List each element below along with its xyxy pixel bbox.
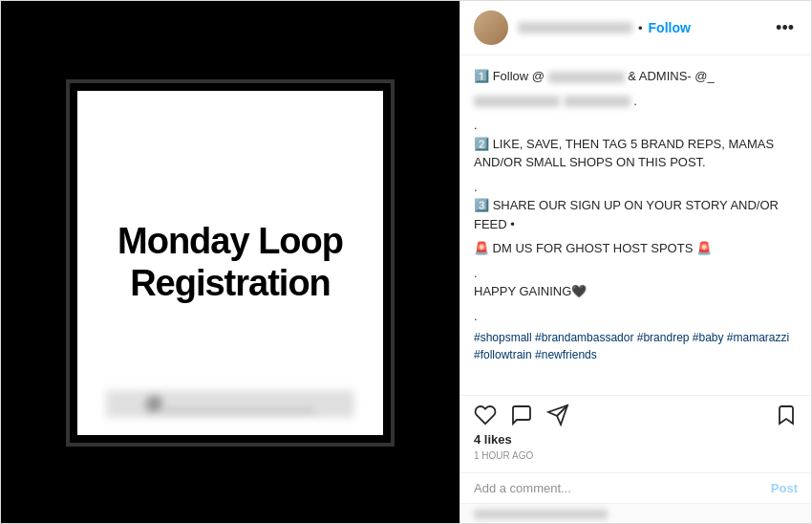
svg-point-24: [290, 501, 304, 514]
hashtags: #shopsmall #brandambassador #brandrep #b…: [474, 329, 798, 363]
svg-point-3: [111, 34, 178, 82]
caption-line-2: 2️⃣ LIKE, SAVE, THEN TAG 5 BRAND REPS, M…: [474, 135, 798, 172]
more-options-button[interactable]: •••: [772, 18, 798, 38]
svg-point-18: [3, 433, 18, 448]
actions-bar: 4 likes 1 HOUR AGO: [460, 395, 811, 472]
card-title-line1: Monday Loop: [118, 221, 343, 263]
svg-point-6: [163, 15, 182, 34]
post-image-panel: Monday Loop Registration @______________…: [1, 1, 459, 524]
svg-point-25: [1, 215, 30, 311]
svg-point-11: [297, 37, 354, 79]
and-admins: & ADMINS- @_: [628, 69, 715, 83]
comment-input-area: Post: [460, 472, 811, 503]
comment-button[interactable]: [510, 404, 533, 426]
svg-point-19: [174, 499, 191, 516]
bottom-blurred-text: [474, 510, 608, 519]
svg-point-13: [281, 23, 294, 36]
action-icons-row: [474, 404, 798, 426]
blurred-account-3: [564, 96, 630, 107]
bookmark-icon: [775, 404, 798, 426]
emoji-3: 3️⃣: [474, 198, 489, 212]
svg-point-5: [3, 60, 18, 76]
header-info: • Follow: [518, 20, 762, 35]
blurred-account-1: [548, 72, 625, 83]
comment-input[interactable]: [474, 481, 761, 495]
username-blurred: [518, 22, 632, 33]
emoji-2: 2️⃣: [474, 137, 489, 151]
caption-line-3b: 🚨 DM US FOR GHOST HOST SPOTS 🚨: [474, 239, 798, 258]
caption-line-4: HAPPY GAINING🖤: [474, 282, 798, 301]
heart-icon: [474, 404, 497, 426]
svg-point-29: [226, 509, 234, 516]
period: .: [633, 94, 637, 108]
caption-spacer-3: .: [474, 264, 798, 283]
bookmark-button[interactable]: [775, 404, 798, 426]
likes-count: 4 likes: [474, 432, 798, 447]
svg-point-7: [186, 43, 198, 55]
post-card: Monday Loop Registration @______________…: [77, 91, 383, 435]
caption-spacer-4: .: [474, 307, 798, 326]
caption-spacer-2: .: [474, 178, 798, 197]
caption-area: 1️⃣ Follow @ & ADMINS- @_ . . 2️⃣ LIKE, …: [460, 55, 811, 395]
bottom-bar: [460, 503, 811, 524]
comment-icon: [510, 404, 533, 426]
share-button[interactable]: [546, 404, 569, 426]
svg-point-27: [207, 11, 215, 19]
line2-text: LIKE, SAVE, THEN TAG 5 BRAND REPS, MAMAS…: [474, 137, 774, 170]
caption-spacer-1: .: [474, 116, 798, 135]
avatar: [474, 11, 508, 45]
svg-point-17: [111, 450, 178, 498]
svg-point-30: [246, 519, 252, 524]
svg-point-4: [6, 49, 53, 125]
dot-separator: •: [638, 21, 643, 35]
caption-line-accounts: .: [474, 92, 798, 111]
svg-point-28: [246, 6, 252, 11]
card-handle: @________________: [106, 390, 354, 418]
caption-line-1: 1️⃣ Follow @ & ADMINS- @_: [474, 67, 798, 86]
svg-point-12: [440, 68, 459, 87]
line3-text: SHARE OUR SIGN UP ON YOUR STORY AND/OR F…: [474, 198, 779, 231]
svg-point-26: [431, 215, 459, 311]
right-panel: • Follow ••• 1️⃣ Follow @ & ADMINS- @_ .…: [459, 1, 811, 524]
post-header: • Follow •••: [460, 1, 811, 55]
follow-text: Follow @: [493, 69, 545, 83]
post-comment-button[interactable]: Post: [771, 481, 798, 495]
share-icon: [546, 404, 569, 426]
timestamp: 1 HOUR AGO: [474, 450, 798, 461]
follow-button[interactable]: Follow: [649, 20, 691, 35]
caption-line-3: 3️⃣ SHARE OUR SIGN UP ON YOUR STORY AND/…: [474, 196, 798, 233]
blurred-account-2: [474, 96, 560, 107]
card-title-line2: Registration: [130, 263, 331, 305]
emoji-1: 1️⃣: [474, 69, 489, 83]
svg-point-23: [440, 431, 459, 450]
like-button[interactable]: [474, 404, 497, 426]
